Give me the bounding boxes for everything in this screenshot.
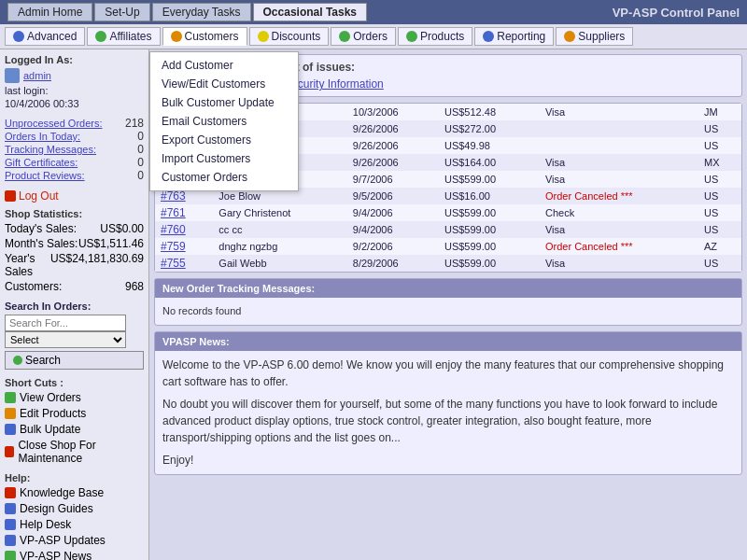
- help-desk[interactable]: Help Desk: [5, 518, 144, 531]
- top-bar: Admin Home Set-Up Everyday Tasks Occasio…: [0, 0, 747, 24]
- tab-admin-home[interactable]: Admin Home: [7, 3, 92, 21]
- help-vpasp-updates[interactable]: VP-ASP Updates: [5, 534, 144, 547]
- nav-products[interactable]: Products: [398, 27, 472, 46]
- order-date: 9/4/2006: [347, 221, 439, 238]
- customer-country: US: [698, 188, 741, 204]
- order-number[interactable]: #755: [155, 255, 213, 272]
- menu-import-customers[interactable]: Import Customers: [150, 149, 298, 168]
- customer-country: AZ: [698, 238, 741, 255]
- nav-reporting[interactable]: Reporting: [474, 27, 554, 46]
- help-knowledge-base[interactable]: Knowledge Base: [5, 486, 144, 499]
- gift-certificates-value: 0: [137, 156, 144, 169]
- news-header: VPASP News:: [155, 332, 741, 351]
- nav-advanced[interactable]: Advanced: [5, 27, 85, 46]
- tab-everyday-tasks[interactable]: Everyday Tasks: [152, 3, 251, 21]
- nav-orders[interactable]: Orders: [331, 27, 396, 46]
- login-section: Logged In As: admin last login: 10/4/200…: [5, 54, 144, 109]
- customer-country: US: [698, 255, 741, 272]
- help-section: Help: Knowledge Base Design Guides Help …: [5, 472, 144, 560]
- tab-setup[interactable]: Set-Up: [94, 3, 149, 21]
- payment-method: Visa: [540, 171, 698, 188]
- order-date: 9/26/2006: [347, 137, 439, 154]
- order-amount: US$16.00: [439, 188, 540, 204]
- logout-button[interactable]: Log Out: [5, 189, 144, 203]
- menu-email-customers[interactable]: Email Customers: [150, 112, 298, 131]
- edit-products-icon: [5, 408, 16, 419]
- menu-export-customers[interactable]: Export Customers: [150, 131, 298, 149]
- table-row: #759 dnghz ngzbg 9/2/2006 US$599.00 Orde…: [155, 238, 741, 255]
- help-title: Help:: [5, 472, 144, 483]
- customers-count-row: Customers: 968: [5, 280, 144, 293]
- news-content: Welcome to the VP-ASP 6.00 demo! We know…: [155, 351, 741, 474]
- payment-method: Check: [540, 204, 698, 221]
- search-icon: [13, 356, 22, 365]
- search-input[interactable]: [5, 315, 126, 331]
- payment-method: [540, 137, 698, 154]
- months-sales-row: Month's Sales: US$1,511.46: [5, 237, 144, 250]
- knowledge-base-icon: [5, 487, 16, 498]
- menu-add-customer[interactable]: Add Customer: [150, 56, 298, 75]
- shortcut-bulk-update[interactable]: Bulk Update: [5, 423, 144, 436]
- customer-name: Gail Webb: [213, 255, 346, 272]
- unprocessed-orders-link[interactable]: Unprocessed Orders:: [5, 117, 103, 130]
- search-button[interactable]: Search: [5, 351, 144, 370]
- customer-country: US: [698, 204, 741, 221]
- order-number[interactable]: #760: [155, 221, 213, 238]
- help-design-guides[interactable]: Design Guides: [5, 502, 144, 515]
- suppliers-icon: [564, 31, 575, 42]
- customer-name: Gary Christenot: [213, 204, 346, 221]
- order-date: 9/26/2006: [347, 154, 439, 171]
- help-desk-icon: [5, 519, 16, 530]
- view-orders-icon: [5, 392, 16, 403]
- shortcut-edit-products[interactable]: Edit Products: [5, 407, 144, 420]
- gift-certificates-link[interactable]: Gift Certificates:: [5, 156, 78, 169]
- order-date: 9/7/2006: [347, 171, 439, 188]
- nav-discounts[interactable]: Discounts: [249, 27, 330, 46]
- customer-country: US: [698, 221, 741, 238]
- customer-country: US: [698, 171, 741, 188]
- payment-method: Visa: [540, 154, 698, 171]
- search-select[interactable]: Select: [5, 331, 126, 348]
- tracking-messages-row: Tracking Messages: 0: [5, 143, 144, 156]
- menu-view-edit-customers[interactable]: View/Edit Customers: [150, 75, 298, 93]
- order-amount: US$599.00: [439, 255, 540, 272]
- product-reviews-link[interactable]: Product Reviews:: [5, 169, 85, 182]
- menu-bulk-customer-update[interactable]: Bulk Customer Update: [150, 93, 298, 112]
- shortcuts-title: Short Cuts :: [5, 377, 144, 388]
- shortcut-close-shop[interactable]: Close Shop For Maintenance: [5, 439, 144, 465]
- vpasp-updates-icon: [5, 535, 16, 546]
- nav-customers[interactable]: Customers: [162, 27, 247, 46]
- brand-label: VP-ASP Control Panel: [613, 6, 740, 20]
- tracking-messages-link[interactable]: Tracking Messages:: [5, 143, 96, 156]
- order-amount: US$599.00: [439, 221, 540, 238]
- main-layout: Logged In As: admin last login: 10/4/200…: [0, 49, 747, 560]
- nav-affiliates[interactable]: Affiliates: [87, 27, 160, 46]
- order-number[interactable]: #759: [155, 238, 213, 255]
- menu-customer-orders[interactable]: Customer Orders: [150, 168, 298, 187]
- username-link[interactable]: admin: [23, 69, 51, 82]
- customer-country: MX: [698, 154, 741, 171]
- affiliates-icon: [95, 31, 106, 42]
- order-number[interactable]: #761: [155, 204, 213, 221]
- order-amount: US$49.98: [439, 137, 540, 154]
- tab-occasional-tasks[interactable]: Occasional Tasks: [253, 3, 368, 21]
- vpasp-news-icon: [5, 551, 16, 560]
- customer-name: dnghz ngzbg: [213, 238, 346, 255]
- orders-today-link[interactable]: Orders In Today:: [5, 130, 80, 143]
- order-amount: US$164.00: [439, 154, 540, 171]
- logged-in-label: Logged In As:: [5, 54, 144, 65]
- table-row: #755 Gail Webb 8/29/2006 US$599.00 Visa …: [155, 255, 741, 272]
- orders-today-value: 0: [137, 130, 144, 143]
- order-amount: US$272.00: [439, 120, 540, 137]
- customer-country: US: [698, 137, 741, 154]
- last-login-date: 10/4/2006 00:33: [5, 98, 144, 109]
- help-vpasp-news[interactable]: VP-ASP News: [5, 550, 144, 560]
- shortcut-view-orders[interactable]: View Orders: [5, 391, 144, 404]
- unprocessed-orders-row: Unprocessed Orders: 218: [5, 117, 144, 130]
- tracking-messages-value: 0: [137, 143, 144, 156]
- shortcuts-section: Short Cuts : View Orders Edit Products B…: [5, 377, 144, 465]
- nav-suppliers[interactable]: Suppliers: [556, 27, 633, 46]
- table-row: #760 cc cc 9/4/2006 US$599.00 Visa US: [155, 221, 741, 238]
- customers-icon: [171, 31, 182, 42]
- order-date: 9/4/2006: [347, 204, 439, 221]
